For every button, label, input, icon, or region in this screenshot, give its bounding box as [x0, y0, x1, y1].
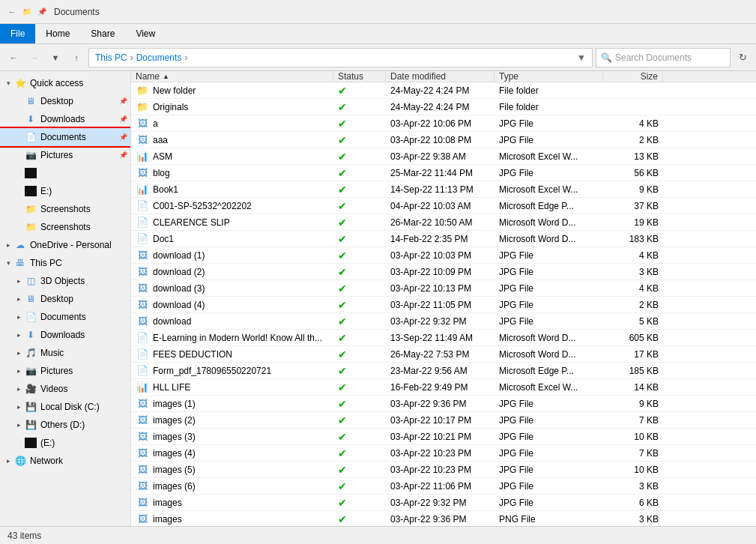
- chevron-icon: ▸: [3, 241, 13, 249]
- sidebar-item-onedrive[interactable]: ▸☁OneDrive - Personal: [0, 236, 130, 254]
- sidebar-item-quick-access[interactable]: ▾⭐Quick access: [0, 74, 130, 92]
- file-type-cell: JPG File: [495, 115, 603, 131]
- file-status-cell: ✔: [333, 330, 386, 345]
- sidebar-item-pc-desktop[interactable]: ▸🖥Desktop: [0, 290, 130, 308]
- jpg-file-icon: 🖼: [136, 414, 149, 426]
- refresh-button[interactable]: ↻: [734, 49, 752, 67]
- sidebar-item-e-black[interactable]: (E:): [0, 434, 130, 452]
- file-date-cell: 03-Apr-22 10:08 PM: [386, 132, 495, 148]
- col-header-status[interactable]: Status: [333, 71, 386, 82]
- chevron-icon: ▸: [13, 277, 24, 285]
- sidebar-item-screenshots2[interactable]: 📁Screenshots: [0, 218, 130, 236]
- sidebar-item-pc-videos[interactable]: ▸🎥Videos: [0, 380, 130, 398]
- table-row[interactable]: 🖼images✔03-Apr-22 9:32 PMJPG File6 KB: [131, 495, 756, 511]
- sidebar-item-pc-music[interactable]: ▸🎵Music: [0, 344, 130, 362]
- ribbon-tabs: File Home Share View: [0, 24, 756, 43]
- sidebar-item-pictures[interactable]: 📷Pictures📌: [0, 146, 130, 164]
- col-header-type[interactable]: Type: [495, 71, 603, 82]
- sidebar-item-label: Pictures: [40, 150, 119, 160]
- tab-file[interactable]: File: [0, 24, 35, 43]
- chevron-icon: ▸: [13, 367, 24, 375]
- sidebar-item-black1[interactable]: [0, 164, 130, 182]
- table-row[interactable]: 📄E-Learning in Modern World! Know All th…: [131, 330, 756, 346]
- file-name-cell: 📄FEES DEDUCTION: [131, 346, 333, 362]
- col-header-date[interactable]: Date modified: [386, 71, 495, 82]
- table-row[interactable]: 🖼aaa✔03-Apr-22 10:08 PMJPG File2 KB: [131, 132, 756, 148]
- file-list: Name ▲ Status Date modified Type Size 📁N…: [131, 71, 756, 526]
- file-status-cell: ✔: [333, 214, 386, 230]
- col-header-name[interactable]: Name ▲: [131, 71, 333, 82]
- sidebar-item-label: This PC: [30, 258, 127, 268]
- word-file-icon: 📄: [136, 217, 149, 229]
- file-name-cell: 🖼images (2): [131, 412, 333, 428]
- table-row[interactable]: 📊ASM✔03-Apr-22 9:38 AMMicrosoft Excel W.…: [131, 148, 756, 165]
- file-date-cell: 03-Apr-22 11:06 PM: [386, 478, 495, 494]
- forward-button[interactable]: →: [25, 49, 43, 67]
- tab-share[interactable]: Share: [80, 24, 125, 43]
- address-box[interactable]: This PC › Documents › ▼: [88, 48, 593, 67]
- search-box[interactable]: 🔍 Search Documents: [596, 48, 731, 67]
- sidebar-item-downloads[interactable]: ⬇Downloads📌: [0, 110, 130, 128]
- sync-check-icon: ✔: [338, 200, 347, 212]
- search-icon: 🔍: [601, 52, 612, 63]
- chevron-icon: [13, 115, 24, 123]
- table-row[interactable]: 🖼images (3)✔03-Apr-22 10:21 PMJPG File10…: [131, 429, 756, 445]
- col-header-size[interactable]: Size: [603, 71, 663, 82]
- file-name-text: download (3): [153, 283, 205, 294]
- recent-button[interactable]: ▼: [46, 49, 64, 67]
- address-dropdown[interactable]: ▼: [577, 52, 586, 63]
- table-row[interactable]: 📊Book1✔14-Sep-22 11:13 PMMicrosoft Excel…: [131, 181, 756, 198]
- sync-check-icon: ✔: [338, 315, 347, 327]
- tab-home[interactable]: Home: [35, 24, 80, 43]
- table-row[interactable]: 🖼images (5)✔03-Apr-22 10:23 PMJPG File10…: [131, 462, 756, 478]
- sidebar-item-e-drive[interactable]: E:): [0, 182, 130, 200]
- file-date-cell: 03-Apr-22 9:32 PM: [386, 313, 495, 329]
- sidebar-item-pc-downloads[interactable]: ▸⬇Downloads: [0, 326, 130, 344]
- file-size-cell: 5 KB: [603, 313, 663, 329]
- sidebar-item-label: Videos: [40, 384, 127, 394]
- sidebar-item-3dobjects[interactable]: ▸◫3D Objects: [0, 272, 130, 290]
- table-row[interactable]: 📁New folder✔24-May-22 4:24 PMFile folder: [131, 82, 756, 99]
- file-date-cell: 14-Sep-22 11:13 PM: [386, 181, 495, 197]
- table-row[interactable]: 📊HLL LIFE✔16-Feb-22 9:49 PMMicrosoft Exc…: [131, 379, 756, 396]
- table-row[interactable]: 🖼download (2)✔03-Apr-22 10:09 PMJPG File…: [131, 264, 756, 280]
- sidebar-item-screenshots1[interactable]: 📁Screenshots: [0, 200, 130, 218]
- table-row[interactable]: 🖼download (1)✔03-Apr-22 10:03 PMJPG File…: [131, 247, 756, 264]
- sidebar-item-desktop[interactable]: 🖥Desktop📌: [0, 92, 130, 110]
- table-row[interactable]: 📄Doc1✔14-Feb-22 2:35 PMMicrosoft Word D.…: [131, 231, 756, 247]
- table-row[interactable]: 📄CLEARENCE SLIP✔26-Mar-22 10:50 AMMicros…: [131, 214, 756, 231]
- sidebar-item-thispc[interactable]: ▾🖶This PC: [0, 254, 130, 272]
- table-row[interactable]: 📄Form_pdf_178096550220721✔23-Mar-22 9:56…: [131, 363, 756, 379]
- table-row[interactable]: 🖼download (3)✔03-Apr-22 10:13 PMJPG File…: [131, 280, 756, 297]
- table-row[interactable]: 🖼images (4)✔03-Apr-22 10:23 PMJPG File7 …: [131, 445, 756, 462]
- sidebar-item-label: 3D Objects: [40, 276, 127, 286]
- sidebar-item-pc-pictures[interactable]: ▸📷Pictures: [0, 362, 130, 380]
- table-row[interactable]: 📁Originals✔24-May-22 4:24 PMFile folder: [131, 99, 756, 115]
- sidebar-item-pc-documents[interactable]: ▸📄Documents: [0, 308, 130, 326]
- up-button[interactable]: ↑: [67, 49, 85, 67]
- jpg-file-icon: 🖼: [136, 513, 149, 525]
- table-row[interactable]: 📄C001-SP-52532^202202✔04-Apr-22 10:03 AM…: [131, 198, 756, 214]
- sidebar-item-local-disk[interactable]: ▸💾Local Disk (C:): [0, 398, 130, 416]
- table-row[interactable]: 🖼a✔03-Apr-22 10:06 PMJPG File4 KB: [131, 115, 756, 132]
- sidebar-item-others-d[interactable]: ▸💾Others (D:): [0, 416, 130, 434]
- table-row[interactable]: 🖼images (6)✔03-Apr-22 11:06 PMJPG File3 …: [131, 478, 756, 495]
- sidebar-item-network[interactable]: ▸🌐Network: [0, 452, 130, 470]
- back-button[interactable]: ←: [4, 49, 22, 67]
- table-row[interactable]: 🖼images (2)✔03-Apr-22 10:17 PMJPG File7 …: [131, 412, 756, 429]
- file-status-cell: ✔: [333, 495, 386, 510]
- table-row[interactable]: 🖼download (4)✔03-Apr-22 11:05 PMJPG File…: [131, 297, 756, 313]
- file-status-cell: ✔: [333, 99, 386, 115]
- table-row[interactable]: 🖼download✔03-Apr-22 9:32 PMJPG File5 KB: [131, 313, 756, 330]
- sync-check-icon: ✔: [338, 348, 347, 360]
- breadcrumb-thispc[interactable]: This PC: [95, 52, 127, 63]
- table-row[interactable]: 📄FEES DEDUCTION✔26-May-22 7:53 PMMicroso…: [131, 346, 756, 363]
- table-row[interactable]: 🖼blog✔25-Mar-22 11:44 PMJPG File56 KB: [131, 165, 756, 181]
- sidebar-item-documents[interactable]: 📄Documents📌: [0, 128, 130, 146]
- breadcrumb-documents[interactable]: Documents: [136, 52, 182, 63]
- file-rows-container: 📁New folder✔24-May-22 4:24 PMFile folder…: [131, 82, 756, 526]
- table-row[interactable]: 🖼images✔03-Apr-22 9:36 PMPNG File3 KB: [131, 511, 756, 526]
- table-row[interactable]: 🖼images (1)✔03-Apr-22 9:36 PMJPG File9 K…: [131, 396, 756, 412]
- tab-view[interactable]: View: [125, 24, 166, 43]
- file-status-cell: ✔: [333, 82, 386, 98]
